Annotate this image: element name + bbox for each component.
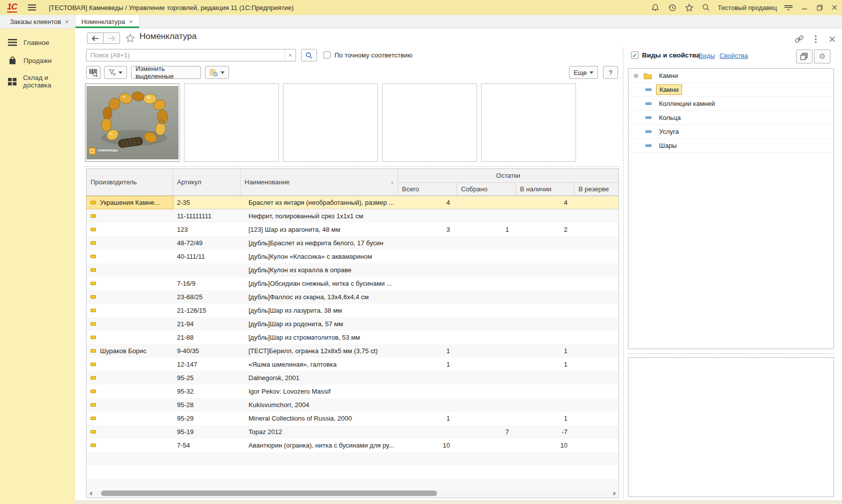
table-row[interactable]: [дубль]Кулон из коралла в оправе (86, 263, 618, 277)
cell-article: 40-111/11 (173, 250, 240, 263)
tree-folder-row[interactable]: ⊕ Камни (628, 69, 834, 83)
bag-icon (8, 56, 17, 65)
history-icon[interactable] (664, 0, 680, 15)
table-row[interactable]: 12-147«Яшма шмелиная», галтовка11 (86, 358, 618, 371)
column-header-total[interactable]: Всего (398, 183, 457, 195)
copy-button[interactable] (796, 49, 812, 63)
table-row[interactable]: 95-32Igor Pekov: Lovozero Massif (86, 385, 618, 398)
help-button[interactable]: ? (603, 66, 618, 79)
table-row[interactable]: 7-54Авантюрин (огранка), нитка с бусинам… (86, 439, 618, 452)
photo-placeholder[interactable] (481, 83, 576, 162)
column-header-producer[interactable]: Производитель (86, 169, 173, 195)
column-header-article[interactable]: Артикул (173, 169, 240, 195)
cell-reserved (574, 439, 618, 452)
expand-plus-icon[interactable]: ⊕ (632, 72, 640, 79)
tree-item-Камни[interactable]: Камни (628, 83, 834, 97)
table-row[interactable]: 21-88[дубль]Шар из строматолитов, 53 мм (86, 331, 618, 344)
edit-selected-button[interactable]: Изменить выделенные (131, 66, 201, 79)
horizontal-splitter-right[interactable] (628, 353, 834, 354)
cell-assembled (457, 250, 516, 263)
tree-item-Коллекции камней[interactable]: Коллекции камней (628, 97, 834, 111)
item-icon (90, 295, 96, 299)
horizontal-splitter[interactable] (84, 166, 620, 167)
types-properties-checkbox[interactable]: ✓ (631, 51, 638, 59)
table-row[interactable]: 23-68/25[дубль]Фаллос из скарна, 13x4,6x… (86, 290, 618, 304)
tab-Заказы клиентов[interactable]: Заказы клиентов× (4, 15, 75, 28)
forward-button[interactable] (104, 32, 120, 44)
table-row[interactable]: 95-28Kukisvumchorr, 2004 (86, 398, 618, 412)
properties-link[interactable]: Свойства (720, 52, 748, 59)
minimize-icon[interactable] (797, 0, 812, 15)
current-user-name[interactable]: Тестовый продавец (718, 4, 777, 11)
table-row[interactable]: 48-72/49[дубль]Браслет из нефрита белого… (86, 236, 618, 250)
column-header-available[interactable]: В наличии (516, 183, 574, 195)
global-search-icon[interactable] (698, 0, 714, 15)
tree-item-Шары[interactable]: Шары (628, 139, 834, 153)
filter-button[interactable] (104, 66, 127, 79)
table-row[interactable]: 11-11111111Нефрит, полированный срез 1x1… (86, 209, 618, 223)
tree-item-Услуга[interactable]: Услуга (628, 125, 834, 139)
close-form-icon[interactable] (827, 34, 837, 44)
column-header-reserved[interactable]: В резерве (574, 183, 618, 195)
favorite-page-star-icon[interactable] (125, 33, 136, 45)
column-header-assembled[interactable]: Собрано (457, 183, 516, 195)
settings-gear-icon[interactable]: ⚙ (814, 49, 830, 63)
cell-producer (86, 331, 173, 344)
scroll-right-icon[interactable] (611, 490, 618, 497)
table-row[interactable]: 21-126/15[дубль]Шар из лазурита, 38 мм (86, 304, 618, 317)
service-menu-icon[interactable] (780, 0, 797, 15)
restore-window-icon[interactable] (812, 0, 827, 15)
sidebar-item-Склад и доставка[interactable]: Склад и доставка (0, 69, 75, 93)
scrollbar-track[interactable] (94, 490, 611, 497)
close-window-icon[interactable] (827, 0, 842, 15)
cell-reserved (574, 290, 618, 304)
cell-available (516, 250, 574, 263)
favorites-star-icon[interactable] (680, 0, 698, 15)
sidebar-item-Главное[interactable]: Главное (0, 33, 75, 51)
column-header-stock[interactable]: Остатки (398, 169, 618, 183)
column-header-name[interactable]: Наименование ↓ (240, 169, 398, 195)
table-row[interactable]: Шураков Борис9-40/35[ТЕСТ]Берилл, огранк… (86, 344, 618, 358)
back-button[interactable] (87, 32, 104, 44)
tab-close-icon[interactable]: × (129, 18, 133, 25)
product-photo[interactable]: КАМНЕВЕДЫ (85, 83, 180, 162)
cell-name: [дубль]Кулон из коралла в оправе (240, 263, 398, 277)
table-row[interactable]: 95-29Mineral Collectiions of Russia, 200… (86, 412, 618, 425)
scrollbar-thumb[interactable] (101, 491, 437, 496)
table-header: Производитель Артикул Наименование ↓ Ост… (86, 169, 618, 196)
table-row[interactable]: 95-25Dalnegorsk, 2001 (86, 371, 618, 385)
horizontal-scrollbar[interactable] (87, 490, 618, 497)
table-row[interactable]: 21-94[дубль]Шар из родонита, 57 мм (86, 317, 618, 331)
clear-search-icon[interactable]: × (284, 49, 296, 61)
barcode-search-button[interactable] (86, 66, 100, 79)
scroll-left-icon[interactable] (87, 490, 94, 497)
search-input[interactable] (86, 51, 284, 59)
search-button[interactable] (301, 49, 317, 61)
table-row[interactable]: 95-19Topaz 20127-7 (86, 425, 618, 439)
notifications-bell-icon[interactable] (646, 0, 664, 15)
cell-article: 21-126/15 (173, 304, 240, 317)
table-row[interactable]: 123[123] Шар из арагонита, 48 мм312 (86, 223, 618, 236)
tab-Номенклатура[interactable]: Номенклатура× (75, 15, 140, 28)
tree-item-Кольца[interactable]: Кольца (628, 111, 834, 125)
photo-placeholder[interactable] (283, 83, 378, 162)
get-link-icon[interactable] (794, 34, 804, 44)
cell-available (516, 277, 574, 290)
exact-match-checkbox[interactable] (324, 51, 330, 58)
cell-article: 95-32 (173, 385, 240, 398)
table-row[interactable]: 40-111/11[дубль]Кулон «Классика» с аквам… (86, 250, 618, 263)
more-button[interactable]: Еще (569, 66, 598, 79)
vertical-splitter[interactable] (623, 47, 624, 498)
tab-close-icon[interactable]: × (65, 18, 69, 25)
kebab-menu-icon[interactable] (810, 34, 820, 44)
main-menu-icon[interactable] (28, 4, 36, 10)
photo-placeholder[interactable] (382, 83, 477, 162)
report-button[interactable] (205, 66, 229, 79)
cell-available: 1 (516, 412, 574, 425)
cell-assembled (457, 196, 516, 209)
types-link[interactable]: Виды (698, 52, 715, 59)
sidebar-item-Продажи[interactable]: Продажи (0, 51, 75, 69)
table-row[interactable]: Украшения Камне...2-35Браслет из янтаря … (86, 196, 618, 209)
table-row[interactable]: 7-16/9[дубль]Обсидиан снежный, нитка с б… (86, 277, 618, 290)
photo-placeholder[interactable] (184, 83, 279, 162)
